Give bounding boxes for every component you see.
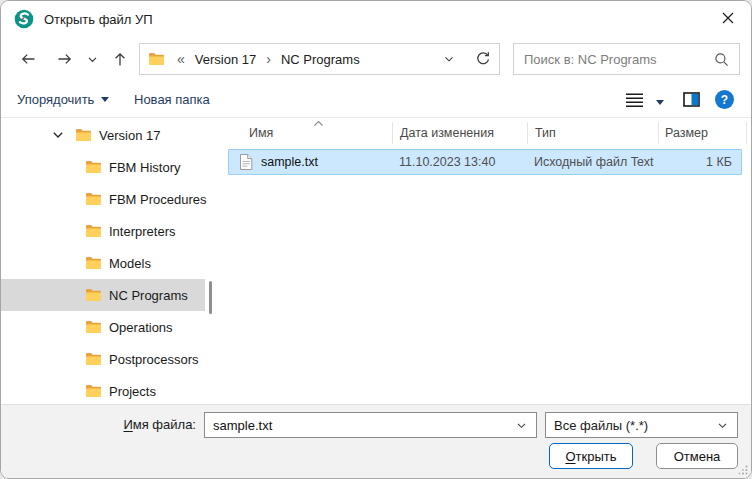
file-size: 1 КБ — [658, 155, 746, 169]
folder-tree: Version 17 FBM History FBM Procedures In… — [1, 118, 223, 406]
tree-item-fbm-procedures[interactable]: FBM Procedures — [1, 183, 205, 215]
address-folder-icon — [148, 52, 165, 66]
breadcrumb-nc-programs[interactable]: NC Programs — [276, 52, 365, 67]
file-list: Имя Дата изменения Тип Размер sample.txt… — [223, 118, 751, 406]
forward-arrow-icon — [56, 51, 73, 67]
recent-locations-button[interactable] — [81, 43, 103, 75]
open-button-rest: ткрыть — [576, 449, 617, 464]
address-dropdown-icon[interactable] — [443, 53, 455, 65]
filename-label-mnemonic: И — [123, 417, 132, 432]
up-arrow-icon — [112, 51, 128, 68]
tree-item-label: Operations — [109, 320, 173, 335]
back-arrow-icon — [20, 51, 37, 67]
help-icon: ? — [721, 93, 728, 107]
filename-combobox[interactable] — [204, 412, 537, 438]
tree-item-projects[interactable]: Projects — [1, 375, 205, 406]
app-logo-icon — [14, 9, 34, 29]
tree-item-label: Postprocessors — [109, 352, 199, 367]
filetype-dropdown-icon — [716, 419, 729, 432]
new-folder-label: Новая папка — [134, 92, 210, 107]
folder-icon — [85, 384, 102, 398]
folder-icon — [85, 288, 102, 302]
file-date: 11.10.2023 13:40 — [392, 155, 527, 169]
column-header-type[interactable]: Тип — [527, 122, 658, 144]
tree-item-label: Projects — [109, 384, 156, 399]
tree-item-label: FBM Procedures — [109, 192, 207, 207]
close-icon — [722, 12, 734, 24]
filename-dropdown-icon[interactable] — [515, 419, 528, 432]
navigation-bar: « Version 17 › NC Programs Поиск в: NC P… — [1, 37, 751, 81]
text-file-icon — [239, 154, 253, 170]
new-folder-button[interactable]: Новая папка — [134, 81, 210, 117]
open-button[interactable]: Открыть — [549, 443, 633, 469]
tree-item-postprocessors[interactable]: Postprocessors — [1, 343, 205, 375]
filename-label: Имя файла: — [1, 412, 196, 438]
sort-ascending-icon — [313, 120, 324, 127]
search-placeholder: Поиск в: NC Programs — [524, 52, 714, 67]
folder-icon — [85, 352, 102, 366]
tree-item-label: FBM History — [109, 160, 181, 175]
back-button[interactable] — [11, 43, 45, 75]
breadcrumb-version17[interactable]: Version 17 — [190, 52, 261, 67]
folder-icon — [75, 128, 92, 142]
main-area: Version 17 FBM History FBM Procedures In… — [1, 118, 751, 406]
file-list-header: Имя Дата изменения Тип Размер — [223, 118, 751, 147]
tree-item-fbm-history[interactable]: FBM History — [1, 151, 205, 183]
organize-caret-icon — [101, 97, 109, 102]
folder-icon — [85, 256, 102, 270]
view-mode-button[interactable] — [621, 89, 647, 111]
file-name: sample.txt — [261, 155, 318, 169]
filetype-value: Все файлы (*.*) — [554, 418, 716, 433]
tree-expand-chevron-icon[interactable] — [51, 128, 67, 142]
cancel-button[interactable]: Отмена — [656, 443, 738, 469]
resize-grip[interactable] — [738, 465, 748, 475]
title-bar: Открыть файл УП — [1, 1, 751, 37]
filetype-select[interactable]: Все файлы (*.*) — [545, 412, 738, 438]
tree-item-version17[interactable]: Version 17 — [1, 119, 205, 151]
command-toolbar: Упорядочить Новая папка ? — [1, 81, 751, 118]
file-type: Исходный файл Text — [527, 155, 658, 169]
view-caret-icon — [656, 100, 664, 105]
tree-item-label: NC Programs — [109, 288, 188, 303]
column-header-size[interactable]: Размер — [658, 122, 746, 144]
tree-scrollbar-thumb[interactable] — [209, 281, 212, 314]
organize-label: Упорядочить — [17, 92, 94, 107]
view-mode-caret-button[interactable] — [653, 97, 667, 107]
tree-item-interpreters[interactable]: Interpreters — [1, 215, 205, 247]
open-button-mnemonic: О — [565, 449, 575, 464]
tree-item-models[interactable]: Models — [1, 247, 205, 279]
column-header-filler — [746, 122, 751, 144]
dialog-title: Открыть файл УП — [44, 12, 153, 27]
close-button[interactable] — [705, 1, 751, 35]
tree-item-label: Version 17 — [99, 128, 160, 143]
dialog-footer: Имя файла: Все файлы (*.*) Открыть Отмен… — [1, 404, 751, 478]
up-button[interactable] — [103, 43, 137, 75]
help-button[interactable]: ? — [715, 90, 734, 109]
table-row-sample-txt[interactable]: sample.txt 11.10.2023 13:40 Исходный фай… — [223, 149, 751, 175]
folder-icon — [85, 192, 102, 206]
search-box[interactable]: Поиск в: NC Programs — [513, 43, 740, 75]
folder-icon — [85, 320, 102, 334]
tree-item-label: Models — [109, 256, 151, 271]
folder-icon — [85, 160, 102, 174]
crumb-overflow-icon[interactable]: « — [172, 51, 190, 67]
address-bar[interactable]: « Version 17 › NC Programs — [139, 43, 500, 75]
column-header-name[interactable]: Имя — [223, 122, 392, 144]
organize-button[interactable]: Упорядочить — [17, 81, 109, 117]
preview-pane-button[interactable] — [681, 90, 701, 108]
search-icon[interactable] — [714, 52, 729, 67]
tree-item-nc-programs[interactable]: NC Programs — [1, 279, 205, 311]
chevron-down-icon — [87, 54, 98, 65]
details-view-icon — [625, 92, 644, 108]
crumb-separator-icon: › — [261, 51, 276, 67]
forward-button[interactable] — [47, 43, 81, 75]
open-file-dialog: Открыть файл УП « Version 17 › NC Progra… — [0, 0, 752, 479]
refresh-icon[interactable] — [475, 51, 491, 67]
tree-item-operations[interactable]: Operations — [1, 311, 205, 343]
filename-input[interactable] — [213, 418, 515, 433]
preview-pane-icon — [683, 92, 700, 107]
cancel-button-label: Отмена — [674, 449, 721, 464]
column-header-date[interactable]: Дата изменения — [392, 122, 527, 144]
filename-label-rest: мя файла: — [133, 417, 196, 432]
tree-item-label: Interpreters — [109, 224, 175, 239]
